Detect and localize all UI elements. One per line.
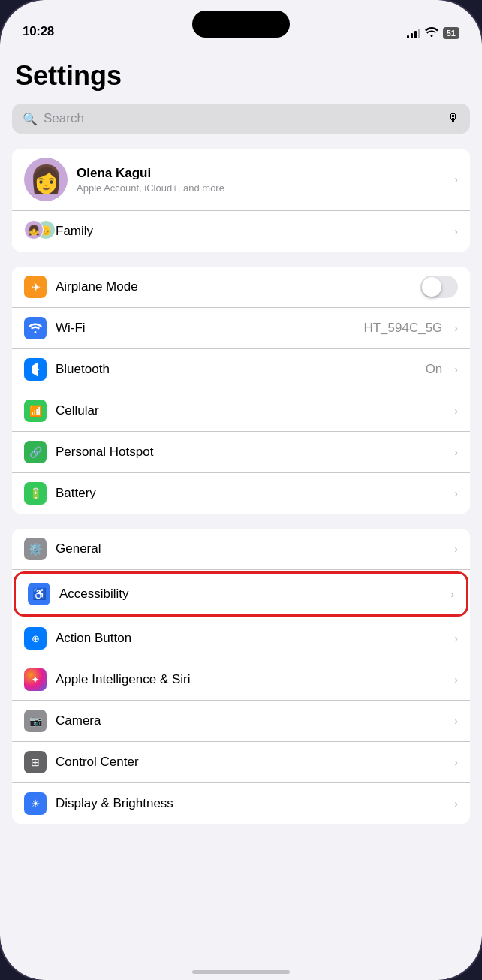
scroll-content[interactable]: Settings 🔍 Search 🎙 👩 Olena Kagui Apple … — [0, 45, 482, 980]
cellular-icon: 📶 — [24, 400, 47, 422]
wifi-value: HT_594C_5G — [363, 321, 442, 336]
chevron-right-icon: › — [454, 632, 458, 644]
chevron-right-icon: › — [454, 363, 458, 375]
family-label: Family — [56, 224, 445, 239]
personal-hotspot-icon: 🔗 — [24, 441, 47, 463]
profile-name: Olena Kagui — [77, 166, 445, 181]
wifi-row[interactable]: Wi-Fi HT_594C_5G › — [12, 308, 470, 349]
battery-icon: 🔋 — [24, 482, 47, 505]
network-settings-group: ✈ Airplane Mode Wi-Fi — [12, 267, 470, 514]
display-brightness-icon: ☀ — [24, 792, 47, 815]
apple-intelligence-label: Apple Intelligence & Siri — [56, 672, 445, 687]
apple-intelligence-row[interactable]: ✦ Apple Intelligence & Siri › — [12, 659, 470, 701]
action-button-icon: ⊕ — [24, 627, 47, 650]
phone-frame: 10:28 51 — [0, 0, 482, 980]
bluetooth-value: On — [426, 362, 443, 377]
status-icons: 51 — [407, 26, 459, 39]
apple-intelligence-icon: ✦ — [24, 668, 47, 691]
chevron-right-icon: › — [454, 173, 458, 185]
general-label: General — [56, 541, 445, 556]
chevron-right-icon: › — [454, 322, 458, 334]
airplane-mode-toggle[interactable] — [420, 276, 458, 298]
airplane-mode-label: Airplane Mode — [56, 279, 411, 294]
wifi-icon — [24, 317, 47, 339]
family-avatars: 👧 👴 — [24, 220, 47, 243]
chevron-right-icon: › — [454, 446, 458, 458]
search-placeholder: Search — [44, 111, 441, 126]
camera-icon: 📷 — [24, 710, 47, 732]
camera-row[interactable]: 📷 Camera › — [12, 701, 470, 742]
search-bar[interactable]: 🔍 Search 🎙 — [12, 104, 470, 134]
bluetooth-icon — [24, 358, 47, 381]
battery-row[interactable]: 🔋 Battery › — [12, 473, 470, 514]
camera-label: Camera — [56, 713, 445, 728]
chevron-right-icon: › — [454, 798, 458, 810]
chevron-right-icon: › — [454, 487, 458, 499]
search-icon: 🔍 — [23, 112, 38, 126]
airplane-mode-icon: ✈ — [24, 276, 47, 298]
bluetooth-label: Bluetooth — [56, 362, 417, 377]
profile-card: 👩 Olena Kagui Apple Account, iCloud+, an… — [12, 149, 470, 252]
airplane-mode-row[interactable]: ✈ Airplane Mode — [12, 267, 470, 308]
signal-icon — [407, 28, 420, 38]
mic-icon[interactable]: 🎙 — [447, 112, 459, 125]
avatar: 👩 — [24, 158, 68, 201]
general-row[interactable]: ⚙️ General › — [12, 529, 470, 570]
system-settings-group: ⚙️ General › ♿ Accessibility › — [12, 529, 470, 824]
wifi-icon — [425, 26, 438, 39]
personal-hotspot-label: Personal Hotspot — [56, 445, 445, 460]
battery-icon: 51 — [443, 27, 459, 39]
chevron-right-icon: › — [454, 225, 458, 237]
cellular-label: Cellular — [56, 403, 445, 418]
action-button-row[interactable]: ⊕ Action Button › — [12, 618, 470, 659]
control-center-row[interactable]: ⊞ Control Center › — [12, 742, 470, 783]
home-indicator — [192, 970, 290, 974]
control-center-label: Control Center — [56, 755, 445, 770]
chevron-right-icon: › — [454, 405, 458, 417]
phone-screen: 10:28 51 — [0, 0, 482, 980]
chevron-right-icon: › — [454, 674, 458, 686]
battery-label: Battery — [56, 486, 445, 501]
page-title: Settings — [12, 60, 470, 92]
bluetooth-row[interactable]: Bluetooth On › — [12, 349, 470, 390]
chevron-right-icon: › — [454, 543, 458, 555]
control-center-icon: ⊞ — [24, 751, 47, 773]
status-time: 10:28 — [23, 24, 54, 39]
accessibility-highlight-border: ♿ Accessibility › — [14, 571, 468, 617]
profile-subtitle: Apple Account, iCloud+, and more — [77, 182, 445, 194]
personal-hotspot-row[interactable]: 🔗 Personal Hotspot › — [12, 432, 470, 473]
dynamic-island — [192, 11, 290, 38]
family-avatar-1: 👧 — [24, 220, 44, 240]
toggle-thumb — [422, 277, 441, 297]
chevron-right-icon: › — [454, 715, 458, 727]
display-brightness-row[interactable]: ☀ Display & Brightness › — [12, 783, 470, 824]
profile-info: Olena Kagui Apple Account, iCloud+, and … — [77, 166, 445, 194]
cellular-row[interactable]: 📶 Cellular › — [12, 390, 470, 432]
accessibility-label: Accessibility — [59, 586, 441, 602]
family-row[interactable]: 👧 👴 Family › — [12, 211, 470, 252]
accessibility-row[interactable]: ♿ Accessibility › — [16, 574, 466, 614]
profile-row[interactable]: 👩 Olena Kagui Apple Account, iCloud+, an… — [12, 149, 470, 211]
chevron-right-icon: › — [450, 588, 454, 600]
display-brightness-label: Display & Brightness — [56, 796, 445, 811]
accessibility-highlight-container: ♿ Accessibility › — [12, 570, 470, 618]
general-icon: ⚙️ — [24, 538, 47, 560]
accessibility-icon: ♿ — [28, 583, 50, 605]
action-button-label: Action Button — [56, 631, 445, 646]
wifi-label: Wi-Fi — [56, 321, 354, 336]
chevron-right-icon: › — [454, 756, 458, 768]
